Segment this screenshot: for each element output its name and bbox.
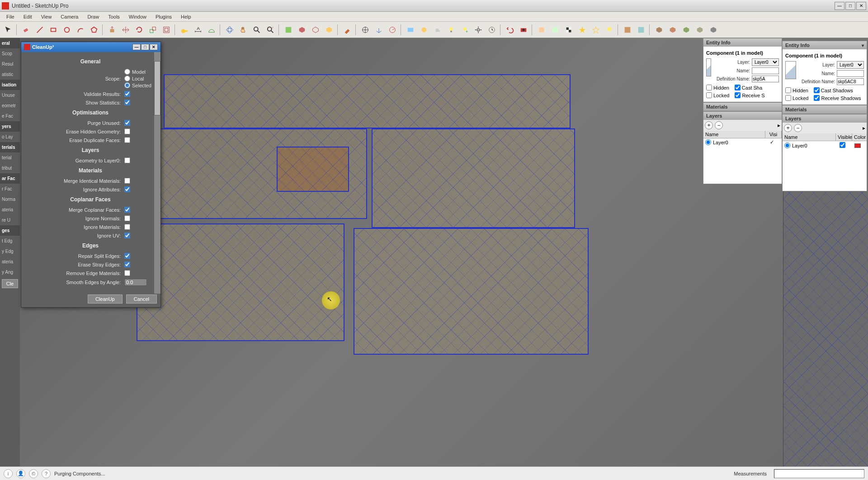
- line-tool-icon[interactable]: [33, 24, 46, 36]
- lightbulb-tool-icon[interactable]: [603, 24, 616, 36]
- panel-title[interactable]: Layers: [703, 112, 782, 120]
- menu-draw[interactable]: Draw: [83, 13, 104, 20]
- merge-mat-checkbox[interactable]: [124, 178, 130, 184]
- panel-title[interactable]: Materials: [703, 103, 782, 111]
- menu-edit[interactable]: Edit: [19, 13, 37, 20]
- status-info-icon[interactable]: i: [4, 469, 13, 478]
- export-tool-icon[interactable]: [653, 24, 665, 36]
- maximize-button[interactable]: □: [845, 2, 855, 10]
- strip-cleanup-button[interactable]: Cle: [2, 279, 18, 288]
- stats-checkbox[interactable]: [124, 100, 130, 105]
- panel-title[interactable]: Entity Info: [703, 38, 782, 47]
- export4-tool-icon[interactable]: [693, 24, 706, 36]
- zoom-extents-tool-icon[interactable]: [264, 24, 277, 36]
- add-layer-button[interactable]: +: [784, 124, 792, 132]
- axes-tool-icon[interactable]: [373, 24, 385, 36]
- menu-plugins[interactable]: Plugins: [151, 13, 176, 20]
- export5-tool-icon[interactable]: [707, 24, 720, 36]
- secondary-viewport[interactable]: [783, 190, 868, 466]
- dialog-close-button[interactable]: ✕: [150, 44, 158, 50]
- menu-camera[interactable]: Camera: [56, 13, 83, 20]
- defname-input[interactable]: [752, 76, 779, 82]
- tape-tool-icon[interactable]: [178, 24, 191, 36]
- hidden-checkbox[interactable]: Hidden: [706, 85, 729, 90]
- name-input[interactable]: [837, 70, 864, 77]
- polygon-tool-icon[interactable]: [88, 24, 100, 36]
- hidden-checkbox[interactable]: Hidden: [785, 87, 808, 93]
- erase-hidden-checkbox[interactable]: [124, 128, 130, 134]
- star-tool-icon[interactable]: [576, 24, 589, 36]
- pushpull-tool-icon[interactable]: [106, 24, 118, 36]
- style2-tool-icon[interactable]: [549, 24, 561, 36]
- geom-layer0-checkbox[interactable]: [124, 157, 130, 163]
- paint-tool-icon[interactable]: [341, 24, 354, 36]
- locked-checkbox[interactable]: Locked: [706, 92, 729, 98]
- cleanup-button[interactable]: CleanUp: [88, 295, 123, 304]
- remove-layer-button[interactable]: −: [794, 124, 802, 132]
- menu-help[interactable]: Help: [176, 13, 196, 20]
- fog-tool-icon[interactable]: [431, 24, 444, 36]
- remove-layer-button[interactable]: −: [715, 121, 723, 129]
- receive-checkbox[interactable]: Receive Shadows: [814, 95, 861, 101]
- panel-menu-icon[interactable]: ▾: [862, 43, 864, 48]
- remove-edge-mat-checkbox[interactable]: [124, 270, 130, 276]
- offset-tool-icon[interactable]: [160, 24, 173, 36]
- export3-tool-icon[interactable]: [680, 24, 693, 36]
- status-person-icon[interactable]: 👤: [16, 469, 25, 478]
- layer-row[interactable]: Layer0 ✓: [703, 138, 782, 146]
- menu-view[interactable]: View: [37, 13, 57, 20]
- rotate-tool-icon[interactable]: [133, 24, 146, 36]
- image-tool-icon[interactable]: [404, 24, 417, 36]
- purge-checkbox[interactable]: [124, 120, 130, 126]
- star2-tool-icon[interactable]: [590, 24, 602, 36]
- layer-color-swatch[interactable]: [854, 143, 861, 148]
- receive-checkbox[interactable]: Receive S: [735, 92, 764, 98]
- eraser-tool-icon[interactable]: [20, 24, 33, 36]
- time-tool-icon[interactable]: [486, 24, 498, 36]
- panel-title[interactable]: Layers: [783, 114, 867, 123]
- bulb-tool-icon[interactable]: [445, 24, 458, 36]
- texture-tool-icon[interactable]: [418, 24, 430, 36]
- walk-tool-icon[interactable]: [386, 24, 399, 36]
- ignore-norm-checkbox[interactable]: [124, 215, 130, 221]
- status-credit-icon[interactable]: ©: [29, 469, 38, 478]
- section-tool-icon[interactable]: [359, 24, 372, 36]
- scope-selected-radio[interactable]: Selected: [124, 82, 151, 88]
- layers-col-color[interactable]: Color: [852, 133, 867, 141]
- ignore-attr-checkbox[interactable]: [124, 186, 130, 192]
- cast-checkbox[interactable]: Cast Sha: [735, 85, 762, 90]
- minimize-button[interactable]: —: [835, 2, 844, 10]
- dialog-titlebar[interactable]: CleanUp³ — □ ✕: [21, 42, 160, 52]
- repair-split-checkbox[interactable]: [124, 253, 130, 259]
- dialog-maximize-button[interactable]: □: [141, 44, 149, 50]
- ignore-uv-checkbox[interactable]: [124, 233, 130, 238]
- layer-row[interactable]: Layer0: [783, 141, 867, 150]
- erase-stray-checkbox[interactable]: [124, 261, 130, 267]
- smooth-angle-input[interactable]: [124, 279, 147, 286]
- export2-tool-icon[interactable]: [666, 24, 679, 36]
- outliner2-tool-icon[interactable]: [635, 24, 647, 36]
- dimension-tool-icon[interactable]: A: [192, 24, 204, 36]
- scope-local-radio[interactable]: Local: [124, 76, 144, 81]
- status-help-icon[interactable]: ?: [42, 469, 51, 478]
- ignore-mat-checkbox[interactable]: [124, 224, 130, 230]
- menu-tools[interactable]: Tools: [104, 13, 124, 20]
- panel-title[interactable]: Entity Info▾: [783, 41, 867, 49]
- geolocation-tool-icon[interactable]: [282, 24, 295, 36]
- camera-tool-icon[interactable]: [517, 24, 530, 36]
- name-input[interactable]: [752, 67, 779, 74]
- dialog-minimize-button[interactable]: —: [132, 44, 141, 50]
- circle-tool-icon[interactable]: [61, 24, 73, 36]
- zoom-tool-icon[interactable]: [250, 24, 263, 36]
- layer-active-radio[interactable]: [784, 143, 790, 148]
- cast-checkbox[interactable]: Cast Shadows: [814, 87, 853, 93]
- rectangle-tool-icon[interactable]: [47, 24, 60, 36]
- outliner-tool-icon[interactable]: [621, 24, 634, 36]
- validate-checkbox[interactable]: [124, 91, 130, 97]
- undo-tool-icon[interactable]: [504, 24, 516, 36]
- layer-select[interactable]: Layer0: [752, 58, 779, 66]
- erase-dup-checkbox[interactable]: [124, 137, 130, 143]
- layer-select[interactable]: Layer0: [837, 61, 864, 69]
- move-tool-icon[interactable]: [119, 24, 132, 36]
- layer-menu-button[interactable]: ▸: [863, 125, 865, 131]
